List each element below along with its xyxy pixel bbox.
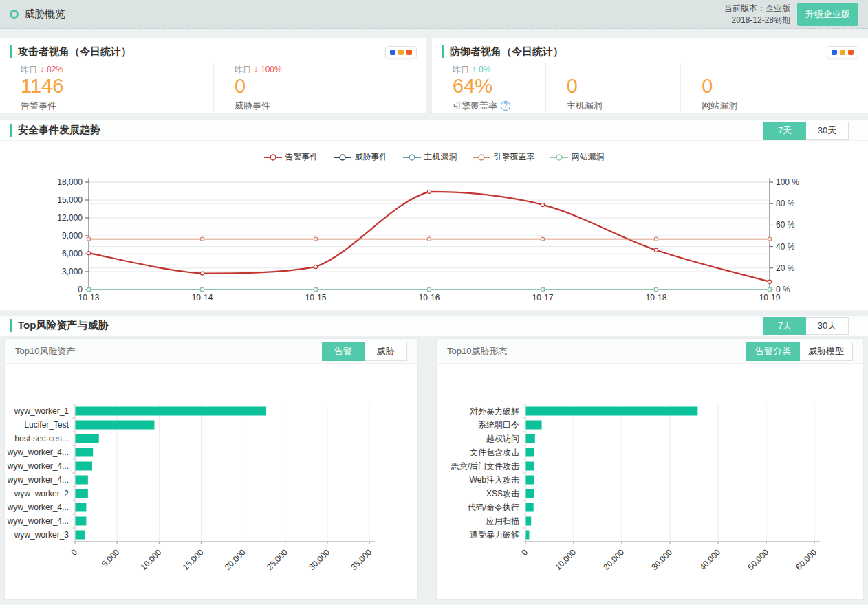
svg-text:30,000: 30,000 (307, 547, 332, 572)
svg-text:wyw_worker_3: wyw_worker_3 (14, 530, 69, 540)
threat-events-label: 威胁事件 (235, 100, 426, 112)
svg-text:wyw_worker_4...: wyw_worker_4... (7, 461, 69, 471)
alert-toggle-button[interactable]: 告警 (322, 342, 365, 361)
svg-text:15,000: 15,000 (57, 195, 83, 205)
svg-text:12,000: 12,000 (57, 213, 83, 223)
legend-marker-icon (403, 154, 421, 161)
upgrade-button[interactable]: 升级企业版 (797, 3, 858, 26)
dot-yellow-icon (840, 50, 845, 55)
dot-blue-icon (390, 50, 395, 55)
svg-text:wyw_worker_2: wyw_worker_2 (14, 489, 69, 498)
help-icon[interactable]: ? (501, 101, 510, 111)
svg-text:wyw_worker_4...: wyw_worker_4... (7, 475, 69, 485)
up-arrow-icon: ↑ (472, 65, 476, 74)
svg-text:系统弱口令: 系统弱口令 (478, 420, 519, 430)
svg-text:遭受暴力破解: 遭受暴力破解 (470, 530, 519, 540)
svg-text:10,000: 10,000 (553, 547, 578, 572)
host-vulns-value: 0 (567, 76, 681, 98)
svg-text:3,000: 3,000 (62, 267, 83, 276)
svg-text:wyw_worker_1: wyw_worker_1 (14, 406, 69, 416)
top-risk-section-head: Top风险资产与威胁 7天 30天 (0, 316, 868, 336)
threat-events-value: 0 (235, 76, 426, 98)
legend-label: 威胁事件 (355, 151, 388, 163)
svg-text:40 %: 40 % (776, 242, 795, 252)
dot-blue-icon (832, 50, 837, 55)
trend-chart: 03,0006,0009,00012,00015,00018,0000 %20 … (0, 167, 868, 310)
legend-marker-icon (334, 154, 351, 161)
topbar-right: 当前版本：企业版 2018-12-28到期 升级企业版 (724, 3, 858, 26)
stat-row: 攻击者视角（今日统计） 昨日 ↓ 82% 1146 告警事件 昨日 ↓ (0, 38, 868, 113)
svg-text:10-14: 10-14 (192, 293, 213, 302)
alert-events-value: 1146 (21, 76, 213, 98)
alert-events-label: 告警事件 (21, 100, 213, 112)
svg-text:10-18: 10-18 (646, 293, 667, 302)
risk-asset-bar-chart: 05,00010,00015,00020,00025,00030,00035,0… (5, 364, 417, 600)
engine-coverage-value: 64% (453, 76, 545, 98)
legend-item[interactable]: 主机漏洞 (403, 151, 457, 163)
svg-text:10-15: 10-15 (305, 293, 327, 302)
stat-alert-events: 昨日 ↓ 82% 1146 告警事件 (0, 63, 213, 112)
page-title: 威胁概览 (24, 8, 65, 21)
top-risk-range-30d-button[interactable]: 30天 (806, 317, 849, 335)
svg-text:Web注入攻击: Web注入攻击 (470, 475, 520, 485)
legend-item[interactable]: 引擎覆盖率 (473, 151, 535, 163)
svg-text:20,000: 20,000 (223, 547, 248, 572)
svg-text:文件包含攻击: 文件包含攻击 (470, 448, 520, 457)
legend-label: 网站漏洞 (572, 151, 605, 163)
svg-text:wyw_worker_4...: wyw_worker_4... (7, 448, 69, 457)
host-vulns-label: 主机漏洞 (567, 100, 681, 112)
risk-asset-toggle: 告警 威胁 (322, 342, 407, 361)
threat-overview-icon (10, 10, 19, 19)
legend-item[interactable]: 威胁事件 (334, 151, 388, 163)
percent-change: 82% (47, 65, 63, 74)
svg-text:50,000: 50,000 (746, 547, 770, 572)
svg-text:wyw_worker_4...: wyw_worker_4... (7, 503, 69, 512)
trend-range-toggle: 7天 30天 (763, 122, 849, 140)
risk-asset-card: Top10风险资产 告警 威胁 05,00010,00015,00020,000… (4, 338, 418, 600)
svg-text:恶意/后门文件攻击: 恶意/后门文件攻击 (451, 461, 520, 471)
top-risk-range-7d-button[interactable]: 7天 (763, 317, 806, 335)
yesterday-label: 昨日 (235, 64, 251, 76)
svg-text:代码/命令执行: 代码/命令执行 (467, 503, 519, 512)
trend-range-7d-button[interactable]: 7天 (763, 122, 806, 140)
top-risk-range-toggle: 7天 30天 (763, 317, 849, 335)
svg-text:wyw_worker_4...: wyw_worker_4... (7, 516, 69, 526)
threat-model-toggle-button[interactable]: 威胁模型 (800, 342, 853, 361)
trend-section: 安全事件发展趋势 7天 30天 告警事件威胁事件主机漏洞引擎覆盖率网站漏洞 03… (0, 120, 868, 310)
legend-marker-icon (550, 154, 568, 161)
legend-item[interactable]: 告警事件 (264, 151, 318, 163)
svg-text:6,000: 6,000 (62, 249, 83, 258)
svg-text:60 %: 60 % (776, 220, 795, 230)
svg-text:10-16: 10-16 (419, 293, 440, 302)
legend-label: 主机漏洞 (424, 151, 457, 163)
legend-label: 告警事件 (285, 151, 318, 163)
svg-text:9,000: 9,000 (62, 231, 83, 241)
risk-asset-card-title: Top10风险资产 (15, 345, 75, 358)
svg-text:Lucifer_Test: Lucifer_Test (24, 420, 69, 430)
topbar: 威胁概览 当前版本：企业版 2018-12-28到期 升级企业版 (0, 0, 868, 29)
threat-type-bar-chart: 010,00020,00030,00040,00050,00060,000对外暴… (437, 364, 865, 600)
down-arrow-icon: ↓ (254, 65, 258, 74)
defender-card-title: 防御者视角（今日统计） (442, 45, 563, 58)
svg-text:18,000: 18,000 (57, 177, 83, 187)
stat-site-vulns: 0 网站漏洞 (680, 63, 868, 112)
card-menu-icon[interactable] (827, 46, 858, 58)
svg-text:5,000: 5,000 (100, 547, 121, 569)
legend-label: 引擎覆盖率 (494, 151, 535, 163)
alert-category-toggle-button[interactable]: 告警分类 (746, 342, 800, 361)
legend-marker-icon (264, 154, 282, 161)
version-info: 当前版本：企业版 2018-12-28到期 (724, 3, 790, 25)
svg-text:10-17: 10-17 (532, 293, 554, 302)
svg-text:60,000: 60,000 (794, 547, 818, 572)
dot-orange-icon (848, 50, 854, 55)
card-menu-icon[interactable] (385, 46, 417, 58)
legend-item[interactable]: 网站漏洞 (550, 151, 605, 163)
svg-text:35,000: 35,000 (349, 547, 373, 572)
attacker-card-title: 攻击者视角（今日统计） (10, 45, 131, 58)
threat-toggle-button[interactable]: 威胁 (365, 342, 407, 361)
svg-text:20,000: 20,000 (601, 547, 626, 572)
trend-section-title: 安全事件发展趋势 (10, 124, 100, 137)
svg-text:15,000: 15,000 (181, 547, 206, 572)
down-arrow-icon: ↓ (40, 65, 44, 74)
trend-range-30d-button[interactable]: 30天 (806, 122, 849, 140)
